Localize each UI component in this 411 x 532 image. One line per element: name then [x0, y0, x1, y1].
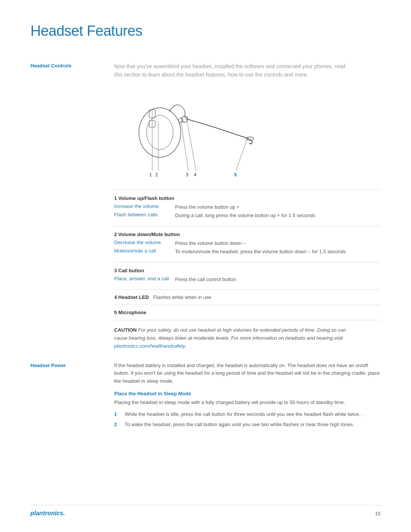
caution-link[interactable]: plantronics.com/healthandsafety — [114, 343, 185, 349]
control-row-3-1: Place, answer, end a call Press the call… — [114, 276, 381, 283]
control-row-1-2: Flash between calls During a call, long … — [114, 212, 381, 219]
page-number: 15 — [375, 511, 381, 516]
sleep-step-1: 1 While the headset is idle, press the c… — [114, 411, 381, 418]
headset-power-section: Headset Power If the headset battery is … — [30, 362, 381, 431]
headset-power-intro: If the headset battery is installed and … — [114, 362, 381, 385]
headset-illustration: 1 2 3 4 5 — [114, 91, 259, 178]
control-desc-decrease: Press the volume button down – — [175, 240, 381, 247]
controls-section: 1 Volume up/Flash button Increase the vo… — [114, 190, 381, 350]
control-action-mute: Mute/unmute a call — [114, 248, 175, 254]
sleep-desc: Placing the headset in sleep mode with a… — [114, 399, 381, 407]
control-number-1: 1 — [114, 195, 118, 201]
control-action-flash: Flash between calls — [114, 212, 175, 217]
headset-power-label: Headset Power — [30, 362, 114, 431]
headset-power-body: If the headset battery is installed and … — [114, 362, 381, 431]
headset-controls-section: Headset Controls Now that you've assembl… — [30, 62, 381, 79]
caution-label: CAUTION — [114, 327, 137, 333]
page-title: Headset Features — [30, 23, 381, 39]
control-desc-led: Flashes white when in use — [153, 294, 211, 300]
svg-text:4: 4 — [194, 172, 196, 177]
control-desc-flash: During a call, long press the volume but… — [175, 212, 381, 219]
control-group-4-title: 4 Headset LED — [114, 294, 150, 300]
control-row-1-1: Increase the volume Press the volume but… — [114, 203, 381, 211]
control-action-increase: Increase the volume — [114, 203, 175, 209]
sleep-mode-title: Place the Headset in Sleep Mode — [114, 391, 381, 396]
control-group-3-title: 3 Call button — [114, 268, 381, 273]
caution-box: CAUTION For your safety, do not use head… — [114, 326, 350, 350]
control-row-2-1: Decrease the volume Press the volume but… — [114, 240, 381, 247]
svg-text:5: 5 — [234, 172, 237, 177]
control-group-5-title: 5 Microphone — [114, 310, 147, 315]
page-footer: plantronics. 15 — [30, 505, 381, 517]
control-row-2-2: Mute/unmute a call To mute/unmute the he… — [114, 248, 381, 256]
control-number-2: 2 — [114, 232, 118, 237]
svg-line-10 — [181, 120, 188, 171]
headset-controls-body: Now that you've assembled your headset, … — [114, 62, 381, 79]
svg-line-12 — [236, 138, 247, 171]
control-desc-place: Press the call control button — [175, 276, 381, 283]
control-desc-increase: Press the volume button up + — [175, 203, 381, 211]
control-group-5: 5 Microphone — [114, 305, 381, 320]
control-group-1: 1 Volume up/Flash button Increase the vo… — [114, 190, 381, 226]
control-group-4: 4 Headset LED Flashes white when in use — [114, 290, 381, 305]
svg-text:1: 1 — [149, 172, 152, 177]
control-group-2-title: 2 Volume down/Mute button — [114, 232, 381, 237]
svg-text:2: 2 — [155, 172, 158, 177]
control-action-decrease: Decrease the volume — [114, 240, 175, 245]
headset-diagram: 1 2 3 4 5 — [114, 91, 381, 178]
brand-logo: plantronics. — [30, 510, 65, 517]
control-number-3: 3 — [114, 268, 118, 273]
sleep-step-2: 2 To wake the headset, press the call bu… — [114, 421, 381, 428]
control-action-place: Place, answer, end a call — [114, 276, 175, 281]
caution-text: For your safety, do not use headset at h… — [114, 327, 346, 349]
headset-svg: 1 2 3 4 5 — [114, 91, 259, 178]
control-group-3: 3 Call button Place, answer, end a call … — [114, 262, 381, 290]
headset-controls-intro: Now that you've assembled your headset, … — [114, 62, 350, 79]
control-desc-mute: To mute/unmute the headset, press the vo… — [175, 248, 381, 256]
headset-controls-label: Headset Controls — [30, 62, 114, 79]
sleep-steps-list: 1 While the headset is idle, press the c… — [114, 411, 381, 428]
svg-text:3: 3 — [186, 172, 188, 177]
svg-line-11 — [186, 118, 196, 171]
control-group-2: 2 Volume down/Mute button Decrease the v… — [114, 226, 381, 262]
control-group-1-title: 1 Volume up/Flash button — [114, 195, 381, 201]
